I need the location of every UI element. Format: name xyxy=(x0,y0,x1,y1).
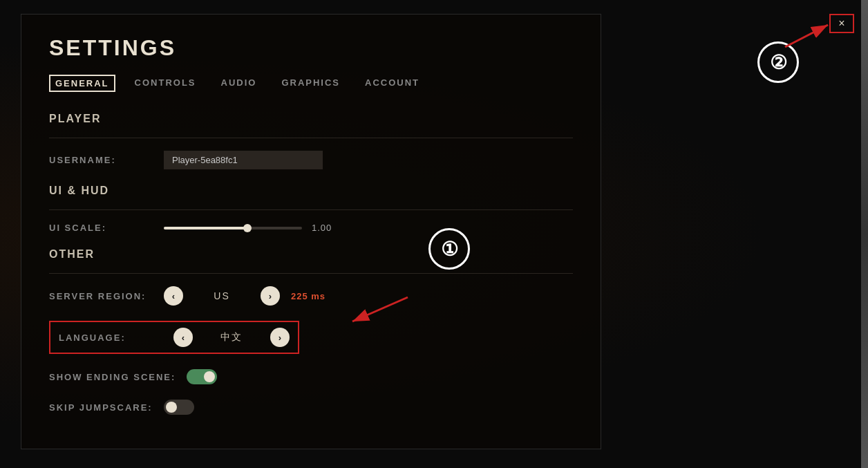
show-ending-scene-row: SHOW ENDING SCENE: xyxy=(49,369,573,384)
annotation-circle-1: ① xyxy=(428,228,470,270)
show-ending-scene-label: SHOW ENDING SCENE: xyxy=(49,372,176,382)
tab-audio[interactable]: AUDIO xyxy=(216,75,263,92)
language-next-button[interactable]: › xyxy=(270,328,290,347)
ui-scale-label: UI SCALE: xyxy=(49,223,153,233)
settings-panel: SETTINGS GENERAL CONTROLS AUDIO GRAPHICS… xyxy=(21,14,601,449)
tab-account[interactable]: ACCOUNT xyxy=(359,75,425,92)
server-region-row: SERVER REGION: ‹ US › 225 ms xyxy=(49,286,573,306)
tab-graphics[interactable]: GRAPHICS xyxy=(276,75,346,92)
arrow-1 xyxy=(339,290,422,332)
other-separator xyxy=(49,273,573,274)
show-ending-scene-toggle[interactable] xyxy=(187,369,217,384)
ui-scale-slider-container: 1.00 xyxy=(164,223,339,233)
ui-scale-slider-track[interactable] xyxy=(164,227,302,230)
skip-jumpscare-toggle[interactable] xyxy=(164,400,194,415)
ui-hud-separator xyxy=(49,209,573,210)
tab-bar: GENERAL CONTROLS AUDIO GRAPHICS ACCOUNT xyxy=(49,75,573,92)
server-region-next-button[interactable]: › xyxy=(261,286,280,306)
annotation-1-label: ① xyxy=(441,238,458,261)
username-row: USERNAME: xyxy=(49,151,573,169)
ui-scale-value: 1.00 xyxy=(312,223,339,233)
language-value: 中文 xyxy=(204,331,259,344)
skip-jumpscare-row: SKIP JUMPSCARE: xyxy=(49,400,573,415)
ui-scale-slider-thumb[interactable] xyxy=(243,224,252,232)
username-label: USERNAME: xyxy=(49,155,153,165)
language-prev-button[interactable]: ‹ xyxy=(173,328,193,347)
ui-scale-slider-fill xyxy=(164,227,247,230)
language-row-wrapper: LANGUAGE: ‹ 中文 › xyxy=(49,321,299,354)
server-region-latency: 225 ms xyxy=(291,291,326,301)
server-region-label: SERVER REGION: xyxy=(49,291,153,301)
skip-jumpscare-toggle-knob xyxy=(166,402,177,413)
svg-line-3 xyxy=(785,25,828,47)
svg-line-1 xyxy=(352,297,408,321)
scrollbar[interactable] xyxy=(861,0,868,468)
ui-scale-row: UI SCALE: 1.00 xyxy=(49,223,573,233)
settings-title: SETTINGS xyxy=(49,35,573,61)
player-separator xyxy=(49,138,573,138)
ui-hud-section-header: UI & HUD xyxy=(49,185,573,197)
language-label: LANGUAGE: xyxy=(59,333,162,343)
other-section-header: OTHER xyxy=(49,248,573,261)
player-section-header: PLAYER xyxy=(49,113,573,125)
tab-controls[interactable]: CONTROLS xyxy=(129,75,202,92)
username-input[interactable] xyxy=(164,151,323,169)
tab-general[interactable]: GENERAL xyxy=(49,75,115,92)
annotation-2-label: ② xyxy=(770,51,787,74)
show-ending-scene-toggle-knob xyxy=(204,371,215,382)
arrow-2 xyxy=(778,12,847,54)
skip-jumpscare-label: SKIP JUMPSCARE: xyxy=(49,402,153,413)
server-region-prev-button[interactable]: ‹ xyxy=(164,286,183,306)
server-region-value: US xyxy=(194,290,249,301)
